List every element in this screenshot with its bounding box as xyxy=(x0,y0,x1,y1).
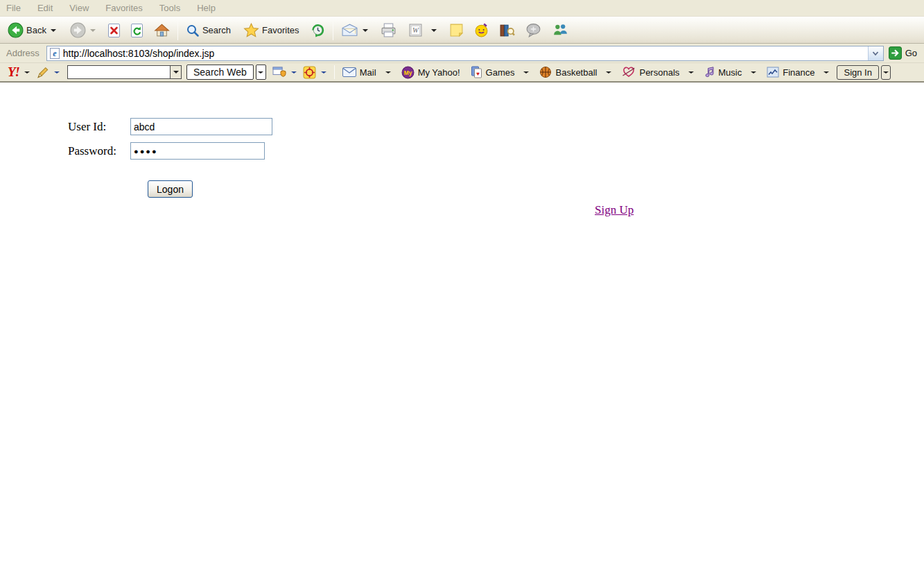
yahoo-item-finance[interactable]: Finance xyxy=(764,66,832,78)
msn-messenger-button[interactable] xyxy=(548,22,571,39)
print-icon xyxy=(381,23,396,37)
messenger-button[interactable] xyxy=(522,22,545,39)
yahoo-item-games[interactable]: ♥ Games xyxy=(468,65,532,79)
yahoo-mail-icon xyxy=(342,67,356,77)
menu-item-tools[interactable]: Tools xyxy=(159,3,180,13)
yahoo-item-label: My Yahoo! xyxy=(418,67,460,78)
print-button[interactable] xyxy=(377,22,400,39)
refresh-button[interactable] xyxy=(128,22,146,39)
stop-icon xyxy=(108,24,120,37)
forward-dropdown-caret[interactable] xyxy=(90,29,96,32)
stop-button[interactable] xyxy=(105,22,123,39)
popup-blocker-button[interactable] xyxy=(270,65,299,79)
password-input[interactable] xyxy=(130,142,265,160)
yahoo-logo: Y! xyxy=(8,65,19,80)
toolbar-separator xyxy=(333,21,333,40)
favorites-star-icon xyxy=(243,23,259,37)
basketball-caret[interactable] xyxy=(606,71,611,74)
anti-spy-caret[interactable] xyxy=(321,71,326,74)
finance-chart-icon xyxy=(767,67,779,78)
finance-caret[interactable] xyxy=(823,71,829,74)
user-id-label: User Id: xyxy=(68,120,106,134)
sign-in-label: Sign In xyxy=(844,67,871,78)
home-button[interactable] xyxy=(150,22,173,39)
research-button[interactable] xyxy=(496,22,518,39)
history-icon xyxy=(311,23,325,37)
yahoo-item-my-yahoo[interactable]: My My Yahoo! xyxy=(399,65,463,80)
menu-item-file[interactable]: File xyxy=(6,3,21,13)
pencil-button[interactable] xyxy=(33,65,62,80)
edit-with-word-button[interactable]: W xyxy=(406,22,440,38)
back-button[interactable]: Back xyxy=(4,21,60,40)
sign-in-dropdown[interactable] xyxy=(881,65,891,80)
yahoo-mail-caret[interactable] xyxy=(385,71,391,74)
messenger-icon xyxy=(525,23,541,37)
mail-icon xyxy=(341,24,358,37)
user-id-input[interactable] xyxy=(130,118,272,135)
popup-blocker-caret[interactable] xyxy=(291,71,297,74)
yahoo-item-mail[interactable]: Mail xyxy=(340,67,394,78)
address-dropdown-button[interactable] xyxy=(868,46,883,60)
mail-button[interactable] xyxy=(338,22,372,38)
yahoo-item-label: Finance xyxy=(783,67,814,78)
note-button[interactable] xyxy=(446,22,467,39)
yahoo-search-caret-icon xyxy=(173,71,179,74)
yahoo-item-personals[interactable]: Personals xyxy=(619,66,697,78)
mail-dropdown-caret[interactable] xyxy=(363,29,368,32)
search-web-caret-icon xyxy=(258,71,263,74)
pencil-caret[interactable] xyxy=(54,71,60,74)
menu-item-view[interactable]: View xyxy=(69,3,89,13)
note-icon xyxy=(449,23,464,37)
home-icon xyxy=(154,23,170,37)
yahoo-search-input[interactable] xyxy=(67,65,170,79)
page-content: User Id: Password: Logon Sign Up xyxy=(0,83,924,573)
basketball-icon xyxy=(539,66,552,78)
refresh-icon xyxy=(131,24,143,37)
yahoo-messenger-button[interactable] xyxy=(471,22,492,39)
favorites-button[interactable]: Favorites xyxy=(240,22,302,39)
games-caret[interactable] xyxy=(523,71,529,74)
chevron-down-icon xyxy=(871,50,880,57)
yahoo-logo-caret[interactable] xyxy=(24,71,30,74)
back-dropdown-caret[interactable] xyxy=(51,29,56,32)
anti-spy-button[interactable] xyxy=(300,65,329,80)
svg-text:♥: ♥ xyxy=(476,71,480,77)
yahoo-item-music[interactable]: Music xyxy=(701,65,759,79)
address-field[interactable]: e xyxy=(46,46,884,61)
yahoo-messenger-icon xyxy=(474,23,489,37)
sign-up-link[interactable]: Sign Up xyxy=(595,203,634,217)
forward-button[interactable] xyxy=(67,21,99,40)
ie-page-icon: e xyxy=(49,48,60,59)
go-label: Go xyxy=(905,48,917,58)
search-web-dropdown[interactable] xyxy=(256,65,266,80)
yahoo-item-label: Music xyxy=(718,67,742,78)
history-button[interactable] xyxy=(307,22,329,39)
sign-in-caret-icon xyxy=(883,71,889,74)
menu-bar: File Edit View Favorites Tools Help xyxy=(0,0,924,17)
word-edit-icon: W xyxy=(409,24,422,37)
yahoo-logo-button[interactable]: Y! xyxy=(5,64,33,80)
address-input[interactable] xyxy=(63,47,865,60)
menu-item-favorites[interactable]: Favorites xyxy=(105,3,142,13)
address-bar: Address e Go xyxy=(0,44,924,63)
personals-caret[interactable] xyxy=(688,71,694,74)
svg-text:e: e xyxy=(53,49,57,58)
logon-button[interactable]: Logon xyxy=(148,180,193,198)
msn-messenger-icon xyxy=(552,23,568,37)
yahoo-item-label: Personals xyxy=(639,67,679,78)
go-button[interactable]: Go xyxy=(887,46,921,60)
menu-item-help[interactable]: Help xyxy=(197,3,216,13)
menu-item-edit[interactable]: Edit xyxy=(37,3,53,13)
sign-in-button[interactable]: Sign In xyxy=(837,65,878,80)
search-web-button[interactable]: Search Web xyxy=(186,65,254,80)
yahoo-item-basketball[interactable]: Basketball xyxy=(537,65,614,79)
word-dropdown-caret[interactable] xyxy=(431,29,437,32)
yahoo-search-dropdown[interactable] xyxy=(170,65,182,79)
popup-blocker-icon xyxy=(272,66,286,78)
music-caret[interactable] xyxy=(751,71,756,74)
address-label: Address xyxy=(3,48,43,58)
yahoo-item-label: Mail xyxy=(360,67,376,78)
search-button[interactable]: Search xyxy=(182,22,234,39)
search-web-label: Search Web xyxy=(193,67,247,78)
games-icon: ♥ xyxy=(471,66,482,78)
